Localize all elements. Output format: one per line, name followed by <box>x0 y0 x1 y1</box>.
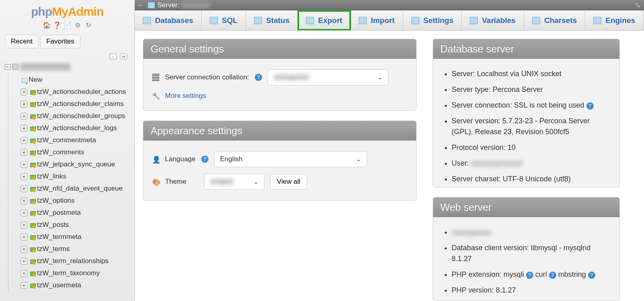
settings-icon[interactable]: ⚙ <box>74 22 81 29</box>
expand-icon[interactable]: + <box>21 161 27 168</box>
tab-variables[interactable]: Variables <box>462 10 524 30</box>
tab-label: SQL <box>222 16 237 25</box>
tab-status[interactable]: Status <box>246 10 298 30</box>
nav-tree: – hidden New+tzW_actionscheduler_actions… <box>0 62 134 301</box>
tree-item-table[interactable]: +tzW_nfd_data_event_queue <box>21 183 132 195</box>
tree-item-label: tzW_commentmeta <box>37 136 96 144</box>
table-icon <box>29 234 35 240</box>
expand-icon[interactable]: + <box>21 234 27 241</box>
expand-icon[interactable]: + <box>21 210 27 216</box>
tree-item-table[interactable]: +tzW_links <box>21 170 132 183</box>
expand-icon[interactable]: + <box>21 197 27 204</box>
expand-icon[interactable]: + <box>21 125 27 132</box>
table-icon <box>29 173 35 180</box>
databases-icon <box>143 17 151 24</box>
collapse-icon[interactable]: – <box>5 64 10 70</box>
tree-item-label: tzW_actionscheduler_groups <box>37 112 125 120</box>
tree-item-table[interactable]: +tzW_actionscheduler_groups <box>21 110 132 122</box>
expand-icon[interactable]: + <box>21 270 27 277</box>
tree-item-label: tzW_options <box>37 197 75 205</box>
panel-appearance-settings: Appearance settings 👤 Language ? English… <box>143 120 417 201</box>
tree-item-label: tzW_usermeta <box>37 281 81 289</box>
language-select[interactable]: English ⌄ <box>214 151 367 167</box>
reload-icon[interactable]: ↻ <box>85 22 92 29</box>
expand-icon[interactable]: + <box>21 101 27 108</box>
link-icon[interactable]: ⇔ <box>120 54 127 59</box>
expand-icon[interactable]: + <box>21 149 27 156</box>
tab-import[interactable]: Import <box>351 10 403 30</box>
tree-item-label: tzW_postmeta <box>37 209 81 217</box>
back-icon[interactable]: ← <box>136 1 145 9</box>
more-settings-link[interactable]: More settings <box>165 92 206 100</box>
tree-item-label: tzW_terms <box>37 245 70 253</box>
tree-item-table[interactable]: +tzW_postmeta <box>21 207 132 219</box>
collapse-all-icon[interactable]: – <box>109 54 117 59</box>
help-icon[interactable]: ? <box>549 272 556 279</box>
tree-toolbar: – ⇔ <box>0 52 134 62</box>
tree-item-table[interactable]: +tzW_posts <box>21 219 132 231</box>
expand-icon[interactable]: + <box>21 137 27 144</box>
tree-item-table[interactable]: +tzW_termmeta <box>21 231 132 243</box>
tab-label: Import <box>371 16 394 25</box>
tab-export[interactable]: Export <box>298 10 351 30</box>
tree-item-table[interactable]: +tzW_jetpack_sync_queue <box>21 158 132 170</box>
tree-item-label: New <box>29 76 42 84</box>
tree-item-table[interactable]: +tzW_terms <box>21 243 132 255</box>
help-icon[interactable]: ? <box>255 74 262 81</box>
expand-icon[interactable]: + <box>21 282 27 289</box>
tab-settings[interactable]: Settings <box>403 10 462 30</box>
help-icon[interactable]: ? <box>586 102 594 110</box>
tree-item-table[interactable]: +tzW_term_relationships <box>21 255 132 267</box>
expand-icon[interactable]: + <box>21 185 27 192</box>
logo-part-myadmin: MyAdmin <box>52 5 103 18</box>
table-icon <box>29 101 35 107</box>
tree-item-table[interactable]: +tzW_comments <box>21 146 132 158</box>
tree-item-new[interactable]: New <box>21 74 132 86</box>
close-icon[interactable]: ⤡ <box>635 1 641 10</box>
chevron-down-icon: ⌄ <box>356 156 361 162</box>
export-icon <box>306 17 314 24</box>
expand-icon[interactable]: + <box>21 173 27 180</box>
tree-item-label: tzW_posts <box>37 221 69 229</box>
collation-icon <box>152 74 159 81</box>
language-icon: 👤 <box>152 156 159 163</box>
tree-item-table[interactable]: +tzW_commentmeta <box>21 134 132 146</box>
home-icon[interactable]: 🏠 <box>43 22 50 29</box>
tab-databases[interactable]: Databases <box>135 10 202 30</box>
tree-item-table[interactable]: +tzW_actionscheduler_actions <box>21 86 132 98</box>
tab-label: Databases <box>155 16 193 25</box>
help-icon[interactable]: ? <box>201 156 208 163</box>
theme-label: Theme <box>165 178 186 186</box>
tree-root-database[interactable]: – hidden <box>4 62 132 74</box>
breadcrumb-bar: ← Server: h ⤡ <box>135 0 644 10</box>
help-icon[interactable]: ? <box>526 272 533 279</box>
expand-icon[interactable]: + <box>21 222 27 228</box>
theme-select[interactable]: x ⌄ <box>204 174 264 190</box>
tree-item-table[interactable]: +tzW_usermeta <box>21 279 132 291</box>
tree-item-table[interactable]: +tzW_actionscheduler_claims <box>21 98 132 110</box>
tab-favorites[interactable]: Favorites <box>40 35 80 48</box>
view-all-button[interactable]: View all <box>270 174 307 189</box>
user-value: x <box>471 161 523 166</box>
expand-icon[interactable]: + <box>21 89 27 95</box>
docs-icon[interactable]: 📄 <box>64 22 71 29</box>
charsets-icon <box>532 17 540 24</box>
expand-icon[interactable]: + <box>21 258 27 265</box>
tree-item-table[interactable]: +tzW_options <box>21 195 132 207</box>
tab-sql[interactable]: SQL <box>202 10 246 30</box>
tree-item-label: tzW_term_taxonomy <box>37 269 100 277</box>
tab-engines[interactable]: Engines <box>585 10 644 30</box>
collation-label: Server connection collation: <box>165 73 249 81</box>
table-icon <box>29 89 35 95</box>
logo[interactable]: phpMyAdmin <box>0 0 134 20</box>
expand-icon[interactable]: + <box>21 246 27 253</box>
import-icon <box>359 17 367 24</box>
collation-select[interactable]: x ⌄ <box>268 69 388 85</box>
tab-charsets[interactable]: Charsets <box>524 10 585 30</box>
tree-item-table[interactable]: +tzW_actionscheduler_logs <box>21 122 132 134</box>
expand-icon[interactable]: + <box>21 113 27 120</box>
tree-item-table[interactable]: +tzW_term_taxonomy <box>21 267 132 279</box>
help-icon[interactable]: ? <box>588 272 595 279</box>
logout-icon[interactable]: ❓ <box>53 22 60 29</box>
tab-recent[interactable]: Recent <box>5 35 39 48</box>
